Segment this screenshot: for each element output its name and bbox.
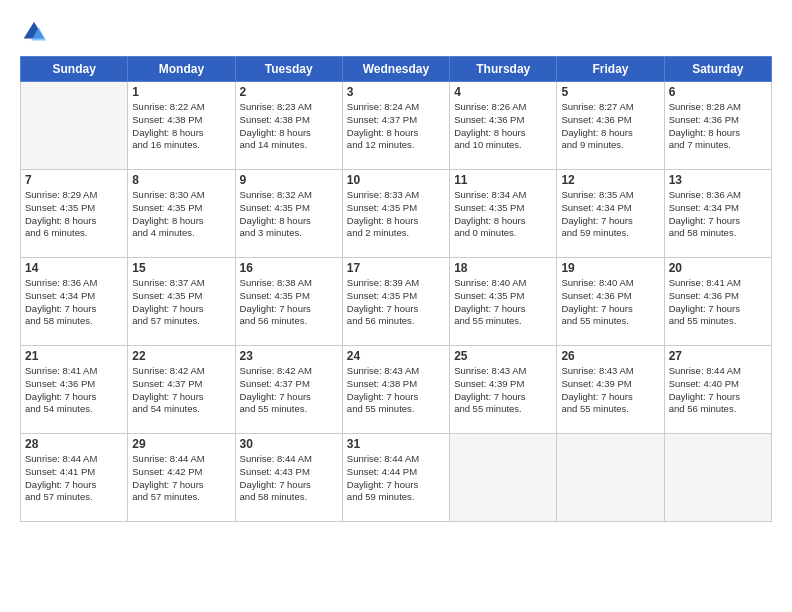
- day-info: Sunrise: 8:33 AMSunset: 4:35 PMDaylight:…: [347, 189, 445, 240]
- day-number: 28: [25, 437, 123, 451]
- day-number: 16: [240, 261, 338, 275]
- day-info: Sunrise: 8:36 AMSunset: 4:34 PMDaylight:…: [25, 277, 123, 328]
- calendar-cell: 4Sunrise: 8:26 AMSunset: 4:36 PMDaylight…: [450, 82, 557, 170]
- day-number: 22: [132, 349, 230, 363]
- calendar-cell: [664, 434, 771, 522]
- calendar-cell: 23Sunrise: 8:42 AMSunset: 4:37 PMDayligh…: [235, 346, 342, 434]
- calendar-cell: 1Sunrise: 8:22 AMSunset: 4:38 PMDaylight…: [128, 82, 235, 170]
- day-info: Sunrise: 8:29 AMSunset: 4:35 PMDaylight:…: [25, 189, 123, 240]
- calendar-cell: 21Sunrise: 8:41 AMSunset: 4:36 PMDayligh…: [21, 346, 128, 434]
- calendar-cell: 22Sunrise: 8:42 AMSunset: 4:37 PMDayligh…: [128, 346, 235, 434]
- week-row-4: 21Sunrise: 8:41 AMSunset: 4:36 PMDayligh…: [21, 346, 772, 434]
- weekday-header-wednesday: Wednesday: [342, 57, 449, 82]
- day-info: Sunrise: 8:23 AMSunset: 4:38 PMDaylight:…: [240, 101, 338, 152]
- logo: [20, 18, 52, 46]
- calendar-cell: 14Sunrise: 8:36 AMSunset: 4:34 PMDayligh…: [21, 258, 128, 346]
- calendar-cell: 9Sunrise: 8:32 AMSunset: 4:35 PMDaylight…: [235, 170, 342, 258]
- day-number: 26: [561, 349, 659, 363]
- day-number: 1: [132, 85, 230, 99]
- calendar-cell: 29Sunrise: 8:44 AMSunset: 4:42 PMDayligh…: [128, 434, 235, 522]
- weekday-header-tuesday: Tuesday: [235, 57, 342, 82]
- day-number: 23: [240, 349, 338, 363]
- day-number: 24: [347, 349, 445, 363]
- calendar-cell: 2Sunrise: 8:23 AMSunset: 4:38 PMDaylight…: [235, 82, 342, 170]
- day-info: Sunrise: 8:43 AMSunset: 4:38 PMDaylight:…: [347, 365, 445, 416]
- weekday-header-row: SundayMondayTuesdayWednesdayThursdayFrid…: [21, 57, 772, 82]
- day-info: Sunrise: 8:44 AMSunset: 4:42 PMDaylight:…: [132, 453, 230, 504]
- calendar-cell: 24Sunrise: 8:43 AMSunset: 4:38 PMDayligh…: [342, 346, 449, 434]
- day-info: Sunrise: 8:35 AMSunset: 4:34 PMDaylight:…: [561, 189, 659, 240]
- calendar-cell: 20Sunrise: 8:41 AMSunset: 4:36 PMDayligh…: [664, 258, 771, 346]
- day-number: 5: [561, 85, 659, 99]
- weekday-header-friday: Friday: [557, 57, 664, 82]
- day-info: Sunrise: 8:41 AMSunset: 4:36 PMDaylight:…: [25, 365, 123, 416]
- calendar-cell: 28Sunrise: 8:44 AMSunset: 4:41 PMDayligh…: [21, 434, 128, 522]
- week-row-2: 7Sunrise: 8:29 AMSunset: 4:35 PMDaylight…: [21, 170, 772, 258]
- weekday-header-thursday: Thursday: [450, 57, 557, 82]
- day-number: 15: [132, 261, 230, 275]
- calendar-cell: 13Sunrise: 8:36 AMSunset: 4:34 PMDayligh…: [664, 170, 771, 258]
- day-info: Sunrise: 8:34 AMSunset: 4:35 PMDaylight:…: [454, 189, 552, 240]
- day-number: 27: [669, 349, 767, 363]
- weekday-header-monday: Monday: [128, 57, 235, 82]
- calendar-cell: 3Sunrise: 8:24 AMSunset: 4:37 PMDaylight…: [342, 82, 449, 170]
- day-info: Sunrise: 8:38 AMSunset: 4:35 PMDaylight:…: [240, 277, 338, 328]
- logo-icon: [20, 18, 48, 46]
- calendar-cell: 30Sunrise: 8:44 AMSunset: 4:43 PMDayligh…: [235, 434, 342, 522]
- day-number: 9: [240, 173, 338, 187]
- day-number: 11: [454, 173, 552, 187]
- day-number: 4: [454, 85, 552, 99]
- day-number: 30: [240, 437, 338, 451]
- day-info: Sunrise: 8:37 AMSunset: 4:35 PMDaylight:…: [132, 277, 230, 328]
- header: [20, 18, 772, 46]
- calendar-cell: 19Sunrise: 8:40 AMSunset: 4:36 PMDayligh…: [557, 258, 664, 346]
- week-row-3: 14Sunrise: 8:36 AMSunset: 4:34 PMDayligh…: [21, 258, 772, 346]
- day-info: Sunrise: 8:40 AMSunset: 4:35 PMDaylight:…: [454, 277, 552, 328]
- day-number: 2: [240, 85, 338, 99]
- day-number: 10: [347, 173, 445, 187]
- day-info: Sunrise: 8:26 AMSunset: 4:36 PMDaylight:…: [454, 101, 552, 152]
- day-info: Sunrise: 8:28 AMSunset: 4:36 PMDaylight:…: [669, 101, 767, 152]
- calendar-cell: 5Sunrise: 8:27 AMSunset: 4:36 PMDaylight…: [557, 82, 664, 170]
- weekday-header-saturday: Saturday: [664, 57, 771, 82]
- day-number: 17: [347, 261, 445, 275]
- calendar-cell: [450, 434, 557, 522]
- calendar-cell: 26Sunrise: 8:43 AMSunset: 4:39 PMDayligh…: [557, 346, 664, 434]
- calendar-cell: 25Sunrise: 8:43 AMSunset: 4:39 PMDayligh…: [450, 346, 557, 434]
- day-info: Sunrise: 8:30 AMSunset: 4:35 PMDaylight:…: [132, 189, 230, 240]
- day-number: 12: [561, 173, 659, 187]
- day-number: 20: [669, 261, 767, 275]
- week-row-1: 1Sunrise: 8:22 AMSunset: 4:38 PMDaylight…: [21, 82, 772, 170]
- day-info: Sunrise: 8:44 AMSunset: 4:43 PMDaylight:…: [240, 453, 338, 504]
- day-number: 8: [132, 173, 230, 187]
- week-row-5: 28Sunrise: 8:44 AMSunset: 4:41 PMDayligh…: [21, 434, 772, 522]
- calendar-cell: 18Sunrise: 8:40 AMSunset: 4:35 PMDayligh…: [450, 258, 557, 346]
- day-info: Sunrise: 8:36 AMSunset: 4:34 PMDaylight:…: [669, 189, 767, 240]
- day-info: Sunrise: 8:43 AMSunset: 4:39 PMDaylight:…: [454, 365, 552, 416]
- day-info: Sunrise: 8:44 AMSunset: 4:40 PMDaylight:…: [669, 365, 767, 416]
- day-info: Sunrise: 8:39 AMSunset: 4:35 PMDaylight:…: [347, 277, 445, 328]
- calendar-cell: 27Sunrise: 8:44 AMSunset: 4:40 PMDayligh…: [664, 346, 771, 434]
- weekday-header-sunday: Sunday: [21, 57, 128, 82]
- calendar-cell: 11Sunrise: 8:34 AMSunset: 4:35 PMDayligh…: [450, 170, 557, 258]
- day-number: 7: [25, 173, 123, 187]
- calendar: SundayMondayTuesdayWednesdayThursdayFrid…: [20, 56, 772, 522]
- day-info: Sunrise: 8:42 AMSunset: 4:37 PMDaylight:…: [132, 365, 230, 416]
- day-info: Sunrise: 8:27 AMSunset: 4:36 PMDaylight:…: [561, 101, 659, 152]
- calendar-cell: 15Sunrise: 8:37 AMSunset: 4:35 PMDayligh…: [128, 258, 235, 346]
- day-number: 19: [561, 261, 659, 275]
- calendar-cell: [21, 82, 128, 170]
- day-number: 25: [454, 349, 552, 363]
- day-number: 14: [25, 261, 123, 275]
- calendar-cell: 31Sunrise: 8:44 AMSunset: 4:44 PMDayligh…: [342, 434, 449, 522]
- day-number: 21: [25, 349, 123, 363]
- calendar-cell: 8Sunrise: 8:30 AMSunset: 4:35 PMDaylight…: [128, 170, 235, 258]
- day-info: Sunrise: 8:43 AMSunset: 4:39 PMDaylight:…: [561, 365, 659, 416]
- day-info: Sunrise: 8:32 AMSunset: 4:35 PMDaylight:…: [240, 189, 338, 240]
- day-info: Sunrise: 8:22 AMSunset: 4:38 PMDaylight:…: [132, 101, 230, 152]
- calendar-cell: 7Sunrise: 8:29 AMSunset: 4:35 PMDaylight…: [21, 170, 128, 258]
- day-number: 3: [347, 85, 445, 99]
- page: SundayMondayTuesdayWednesdayThursdayFrid…: [0, 0, 792, 612]
- calendar-cell: [557, 434, 664, 522]
- calendar-cell: 12Sunrise: 8:35 AMSunset: 4:34 PMDayligh…: [557, 170, 664, 258]
